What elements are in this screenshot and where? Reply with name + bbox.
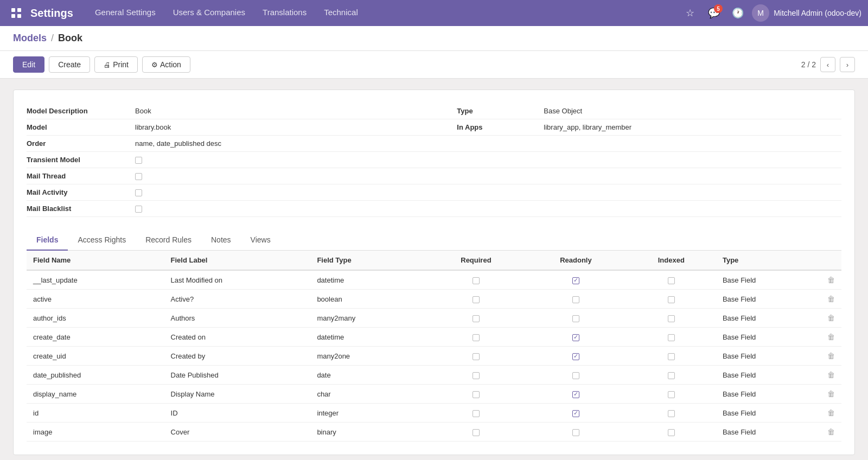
breadcrumb: Models / Book [0,26,868,51]
main-content: Model Description Book Type Base Object … [0,79,868,460]
type-cell: Base Field [716,385,821,404]
indexed-cell [627,423,716,442]
col-readonly: Readonly [525,251,626,270]
field-type-cell: integer [310,404,426,423]
field-label-cell: Date Published [164,366,311,385]
tab-notes[interactable]: Notes [201,230,241,251]
delete-row-button[interactable]: 🗑 [827,370,835,379]
mail-blacklist-checkbox[interactable] [135,206,142,213]
delete-cell: 🗑 [821,290,841,309]
form-row-transient: Transient Model [27,152,841,168]
field-type-cell: char [310,385,426,404]
table-row: display_nameDisplay NamecharBase Field🗑 [27,385,841,404]
action-button[interactable]: Action [142,56,190,73]
field-name-cell[interactable]: id [27,404,164,423]
notification-badge: 5 [714,4,723,13]
type-cell: Base Field [716,309,821,328]
star-icon-button[interactable]: ☆ [680,3,700,23]
chat-icon-button[interactable]: 💬 5 [704,3,724,23]
table-header-row: Field Name Field Label Field Type Requir… [27,251,841,270]
delete-cell: 🗑 [821,328,841,347]
model-description-value: Book [135,103,457,119]
record-card: Model Description Book Type Base Object … [13,90,855,455]
mail-activity-checkbox[interactable] [135,189,142,196]
apps-menu-button[interactable] [7,3,26,23]
transient-model-checkbox[interactable] [135,157,142,164]
next-page-button[interactable]: › [840,57,855,72]
field-label-cell: Active? [164,290,311,309]
field-name-cell[interactable]: create_date [27,328,164,347]
field-type-cell: many2one [310,347,426,366]
prev-page-button[interactable]: ‹ [820,57,835,72]
tab-access-rights[interactable]: Access Rights [68,230,136,251]
col-field-label: Field Label [164,251,311,270]
delete-row-button[interactable]: 🗑 [827,389,835,398]
tab-record-rules[interactable]: Record Rules [136,230,201,251]
top-menu: General Settings Users & Companies Trans… [86,0,367,26]
menu-users-companies[interactable]: Users & Companies [164,0,254,26]
col-type: Type [716,251,821,270]
delete-row-button[interactable]: 🗑 [827,427,835,436]
toolbar: Edit Create Print Action 2 / 2 ‹ › [0,51,868,79]
svg-rect-0 [11,8,15,12]
mail-thread-checkbox[interactable] [135,173,142,180]
field-name-cell[interactable]: image [27,423,164,442]
field-label-cell: Last Modified on [164,270,311,290]
delete-cell: 🗑 [821,404,841,423]
clock-icon-button[interactable]: 🕐 [728,3,748,23]
user-name[interactable]: Mitchell Admin (odoo-dev) [774,9,861,17]
required-cell [427,404,526,423]
tab-fields[interactable]: Fields [27,230,68,251]
required-cell [427,290,526,309]
field-name-cell[interactable]: date_published [27,366,164,385]
user-avatar[interactable]: M [752,4,769,22]
delete-row-button[interactable]: 🗑 [827,276,835,284]
menu-translations[interactable]: Translations [254,0,315,26]
delete-row-button[interactable]: 🗑 [827,352,835,360]
delete-cell: 🗑 [821,347,841,366]
fields-table: Field Name Field Label Field Type Requir… [27,251,841,442]
field-type-cell: datetime [310,270,426,290]
clock-icon: 🕐 [732,7,744,19]
readonly-cell [525,366,626,385]
app-title: Settings [30,7,73,20]
field-name-cell[interactable]: create_uid [27,347,164,366]
table-row: create_dateCreated ondatetimeBase Field🗑 [27,328,841,347]
top-navigation: Settings General Settings Users & Compan… [0,0,868,26]
required-cell [427,366,526,385]
col-actions [821,251,841,270]
delete-row-button[interactable]: 🗑 [827,333,835,341]
create-button[interactable]: Create [49,56,90,73]
mail-thread-label: Mail Thread [27,168,135,184]
table-row: __last_updateLast Modified ondatetimeBas… [27,270,841,290]
field-name-cell[interactable]: author_ids [27,309,164,328]
form-row-mail-activity: Mail Activity [27,184,841,201]
edit-button[interactable]: Edit [13,56,44,73]
required-cell [427,328,526,347]
order-label: Order [27,136,135,152]
readonly-cell [525,328,626,347]
delete-row-button[interactable]: 🗑 [827,408,835,417]
model-label: Model [27,119,135,136]
readonly-cell [525,290,626,309]
field-name-cell[interactable]: active [27,290,164,309]
required-cell [427,309,526,328]
indexed-cell [627,328,716,347]
menu-technical[interactable]: Technical [315,0,367,26]
field-name-cell[interactable]: display_name [27,385,164,404]
form-row-model-desc: Model Description Book Type Base Object [27,103,841,119]
delete-row-button[interactable]: 🗑 [827,314,835,322]
breadcrumb-parent-link[interactable]: Models [13,33,47,44]
svg-rect-1 [17,8,21,12]
print-button[interactable]: Print [94,56,138,73]
type-cell: Base Field [716,290,821,309]
field-name-cell[interactable]: __last_update [27,270,164,290]
menu-general-settings[interactable]: General Settings [86,0,164,26]
mail-blacklist-label: Mail Blacklist [27,201,135,217]
readonly-cell [525,385,626,404]
table-row: activeActive?booleanBase Field🗑 [27,290,841,309]
tab-views[interactable]: Views [241,230,280,251]
model-description-label: Model Description [27,103,135,119]
breadcrumb-separator: / [51,33,54,44]
delete-row-button[interactable]: 🗑 [827,295,835,303]
